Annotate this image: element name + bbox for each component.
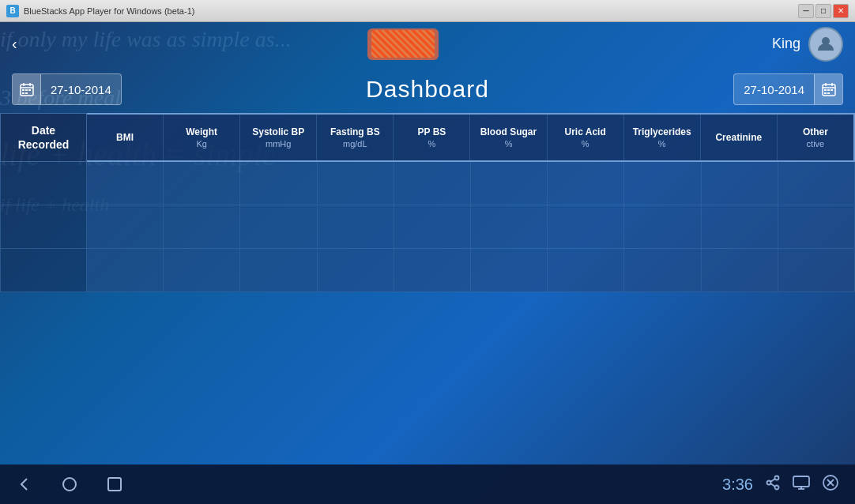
data-cell-2-0: [87, 249, 164, 291]
dashboard-title: Dashboard: [130, 76, 726, 103]
dashboard-header: 27-10-2014 Dashboard 27-10-2014: [0, 66, 855, 113]
data-cell-0-2: [240, 162, 317, 205]
svg-rect-5: [22, 89, 24, 91]
svg-rect-16: [831, 89, 833, 91]
data-cell-2-1: [164, 249, 240, 291]
row-cells-1: [87, 205, 855, 249]
data-cell-1-4: [394, 205, 471, 248]
svg-point-23: [775, 485, 779, 489]
col-header-name-1: Weight: [186, 126, 217, 137]
titlebar-left: B BlueStacks App Player for Windows (bet…: [6, 5, 194, 17]
date-left-text: 27-10-2014: [41, 83, 121, 96]
android-nav: [16, 476, 123, 493]
col-header-unit-3: mg/dL: [343, 139, 367, 149]
data-cell-1-0: [87, 205, 164, 248]
col-header-3: Fasting BSmg/dL: [317, 115, 394, 160]
row-date-0: [0, 162, 87, 205]
svg-point-19: [63, 478, 76, 491]
col-header-name-7: Triglycerides: [633, 126, 691, 137]
svg-line-24: [770, 479, 774, 482]
data-cell-1-6: [548, 205, 624, 248]
svg-rect-7: [28, 89, 31, 91]
date-box-right: 27-10-2014: [733, 73, 843, 105]
calendar-left-button[interactable]: [13, 73, 41, 105]
data-cell-0-7: [624, 162, 701, 205]
data-cell-0-0: [87, 162, 164, 205]
data-cell-1-7: [624, 205, 701, 248]
data-cell-2-8: [702, 249, 778, 291]
col-header-name-0: BMI: [116, 132, 134, 143]
date-right-text: 27-10-2014: [734, 83, 814, 96]
back-nav-icon[interactable]: [16, 476, 33, 493]
data-cell-1-3: [318, 205, 394, 248]
app-window: if only my life was as simple as... 3 be…: [0, 22, 855, 504]
col-header-unit-5: %: [505, 139, 513, 149]
col-header-2: Systolic BPmmHg: [240, 115, 317, 160]
user-avatar[interactable]: [808, 27, 843, 62]
col-header-9: Otherctive: [778, 115, 853, 160]
clock: 3:36: [722, 476, 753, 494]
svg-rect-15: [827, 89, 830, 91]
share-icon[interactable]: [765, 475, 781, 495]
data-cell-0-6: [548, 162, 624, 205]
data-cell-1-2: [240, 205, 317, 248]
data-cell-2-7: [624, 249, 701, 291]
data-cell-2-5: [471, 249, 548, 291]
recent-nav-icon[interactable]: [106, 476, 123, 493]
col-header-7: Triglycerides%: [624, 115, 701, 160]
status-right: 3:36: [722, 474, 839, 495]
table-header-row: Date Recorded BMIWeightKgSystolic BPmmHg…: [0, 113, 855, 162]
minimize-button[interactable]: ─: [798, 4, 814, 18]
svg-rect-20: [108, 478, 121, 491]
close-circle-icon[interactable]: [822, 474, 839, 495]
data-cell-2-6: [548, 249, 624, 291]
svg-rect-26: [793, 476, 809, 487]
col-header-unit-4: %: [428, 139, 436, 149]
date-recorded-header: Date Recorded: [0, 113, 87, 162]
data-cell-1-1: [164, 205, 240, 248]
svg-line-25: [770, 483, 774, 487]
data-cell-2-2: [240, 249, 317, 291]
data-cell-0-3: [318, 162, 394, 205]
col-header-unit-1: Kg: [196, 139, 206, 149]
close-button[interactable]: ✕: [833, 4, 849, 18]
row-date-2: [0, 249, 87, 292]
home-nav-icon[interactable]: [61, 476, 78, 493]
col-header-1: WeightKg: [164, 115, 240, 160]
col-header-name-9: Other: [803, 126, 828, 137]
col-header-4: PP BS%: [394, 115, 470, 160]
table-column-headers: BMIWeightKgSystolic BPmmHgFasting BSmg/d…: [87, 113, 855, 162]
svg-point-21: [775, 476, 779, 480]
date-box-left: 27-10-2014: [12, 73, 122, 105]
data-cell-2-4: [394, 249, 471, 291]
data-cell-0-5: [471, 162, 548, 205]
display-icon[interactable]: [793, 475, 810, 495]
topbar: ‹ King: [0, 22, 855, 66]
col-header-5: Blood Sugar%: [470, 115, 547, 160]
app-icon: B: [6, 5, 19, 17]
svg-point-22: [767, 480, 771, 484]
col-header-name-4: PP BS: [418, 126, 446, 137]
data-cell-1-5: [471, 205, 548, 248]
svg-rect-17: [824, 92, 827, 94]
titlebar: B BlueStacks App Player for Windows (bet…: [0, 0, 855, 22]
data-cell-2-9: [778, 249, 854, 291]
username-label: King: [772, 36, 800, 52]
row-cells-0: [87, 162, 855, 205]
col-header-0: BMI: [87, 115, 164, 160]
table-row: [0, 162, 855, 205]
back-button[interactable]: ‹: [12, 33, 34, 55]
col-header-name-5: Blood Sugar: [480, 126, 537, 137]
col-header-6: Uric Acid%: [548, 115, 624, 160]
row-date-1: [0, 205, 87, 249]
user-area: King: [772, 27, 843, 62]
svg-rect-6: [25, 89, 28, 91]
col-header-unit-6: %: [582, 139, 589, 149]
calendar-right-button[interactable]: [814, 73, 842, 105]
data-rows-container: [0, 162, 855, 292]
data-cell-0-9: [778, 162, 854, 205]
logo-decoration: [371, 30, 435, 58]
maximize-button[interactable]: □: [815, 4, 831, 18]
col-header-name-8: Creatinine: [715, 132, 762, 143]
row-cells-2: [87, 249, 855, 292]
